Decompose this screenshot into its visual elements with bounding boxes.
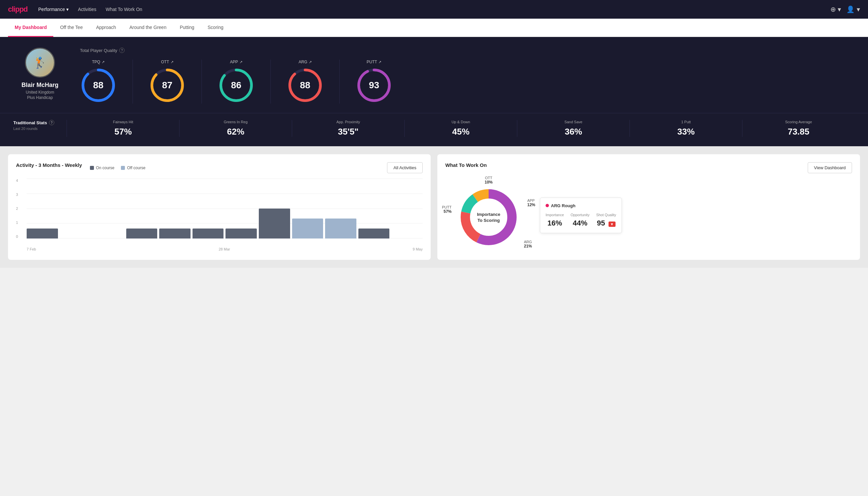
- bar-item: [358, 229, 390, 238]
- chart-area: [16, 179, 423, 238]
- nav-performance[interactable]: Performance ▾: [38, 7, 68, 12]
- gauge-tpq: TPQ ↗ 88: [80, 60, 133, 104]
- bar-chart: 4 3 2 1 0 7 Feb 28: [16, 179, 423, 245]
- gauge-label: TPQ ↗: [92, 60, 105, 64]
- player-info: 🏌️ Blair McHarg United Kingdom Plus Hand…: [13, 48, 67, 100]
- stats-help-icon[interactable]: ?: [49, 120, 54, 125]
- nav-right: ⊕ ▾ 👤 ▾: [830, 5, 860, 13]
- tab-my-dashboard[interactable]: My Dashboard: [8, 19, 53, 37]
- activity-panel-header: Activity - 3 Months - Weekly On course O…: [16, 162, 423, 173]
- gauge-label: PUTT ↗: [367, 60, 381, 64]
- stat-item-5: 1 Putt 33%: [630, 120, 742, 137]
- stat-name: Greens In Reg: [186, 120, 285, 124]
- info-card: ARG Rough Importance 16% Opportunity 44%…: [540, 198, 622, 233]
- player-name: Blair McHarg: [21, 82, 58, 89]
- circle-container: 88: [287, 67, 323, 104]
- bar-item: [259, 208, 290, 238]
- bar-item: [225, 229, 257, 238]
- bar-item: [192, 229, 224, 238]
- work-on-panel-header: What To Work On View Dashboard: [445, 162, 852, 173]
- stats-label: Traditional Stats ?: [13, 120, 67, 125]
- tab-putting[interactable]: Putting: [173, 19, 201, 37]
- donut-svg: Importance To Scoring: [455, 184, 522, 250]
- info-card-dot: [546, 204, 549, 207]
- gauge-value: 87: [162, 80, 172, 91]
- stat-name: Scoring Average: [749, 120, 848, 124]
- tab-scoring[interactable]: Scoring: [201, 19, 230, 37]
- work-on-panel: What To Work On View Dashboard OTT 10% A…: [437, 154, 860, 260]
- stat-item-6: Scoring Average 73.85: [742, 120, 855, 137]
- gauge-arg: ARG ↗ 88: [271, 60, 340, 104]
- tab-approach[interactable]: Approach: [89, 19, 123, 37]
- tab-around-the-green[interactable]: Around the Green: [123, 19, 173, 37]
- putt-label: PUTT 57%: [442, 205, 452, 214]
- stats-bar: Traditional Stats ? Last 20 rounds Fairw…: [0, 113, 868, 146]
- activity-panel: Activity - 3 Months - Weekly On course O…: [8, 154, 431, 260]
- stat-item-4: Sand Save 36%: [517, 120, 630, 137]
- ott-label: OTT 10%: [485, 176, 493, 185]
- shot-quality-metric: Shot Quality 95 ▼: [596, 213, 616, 228]
- svg-text:To Scoring: To Scoring: [478, 218, 500, 223]
- stat-value: 62%: [186, 127, 285, 137]
- donut-chart: OTT 10% APP 12% ARG 21% PUTT 57%: [445, 179, 532, 252]
- bar-item: [159, 229, 190, 238]
- bar-item: [27, 229, 58, 238]
- svg-text:Importance: Importance: [477, 212, 500, 217]
- nav-links: Performance ▾ Activities What To Work On: [38, 7, 820, 12]
- stat-value: 35'5": [299, 127, 398, 137]
- info-card-metrics: Importance 16% Opportunity 44% Shot Qual…: [546, 213, 616, 228]
- stat-item-1: Greens In Reg 62%: [179, 120, 292, 137]
- player-country: United Kingdom: [26, 90, 54, 95]
- gauge-value: 88: [300, 80, 310, 91]
- player-handicap: Plus Handicap: [27, 95, 53, 100]
- gauges: TPQ ↗ 88 OTT ↗ 87 APP ↗: [80, 60, 855, 104]
- stat-item-3: Up & Down 45%: [404, 120, 517, 137]
- gauge-value: 88: [93, 80, 103, 91]
- help-icon[interactable]: ?: [119, 48, 125, 53]
- user-menu[interactable]: 👤 ▾: [846, 5, 860, 13]
- nav-what-to-work-on[interactable]: What To Work On: [106, 7, 142, 12]
- off-course-dot: [121, 166, 125, 170]
- stat-value: 45%: [411, 127, 510, 137]
- view-dashboard-button[interactable]: View Dashboard: [808, 162, 852, 173]
- tab-off-the-tee[interactable]: Off the Tee: [53, 19, 89, 37]
- bar-item: [292, 218, 323, 238]
- work-on-title: What To Work On: [445, 162, 487, 168]
- chevron-down-icon: ▾: [66, 7, 68, 12]
- arg-label: ARG 21%: [524, 240, 532, 248]
- add-button[interactable]: ⊕ ▾: [830, 5, 841, 13]
- nav-activities[interactable]: Activities: [78, 7, 96, 12]
- legend-off-course: Off course: [121, 166, 145, 170]
- activity-chart-title: Activity - 3 Months - Weekly: [16, 162, 82, 168]
- stat-value: 33%: [636, 127, 736, 137]
- app-label: APP 12%: [527, 199, 535, 207]
- all-activities-button[interactable]: All Activities: [387, 162, 423, 173]
- gauge-value: 93: [369, 80, 379, 91]
- stat-value: 73.85: [749, 127, 848, 137]
- circle-container: 88: [80, 67, 116, 104]
- quality-section: Total Player Quality ? TPQ ↗ 88 OTT ↗ 87: [80, 48, 855, 104]
- legend-on-course: On course: [90, 166, 114, 170]
- circle-container: 86: [218, 67, 254, 104]
- opportunity-metric: Opportunity 44%: [571, 213, 589, 228]
- hero-section: 🏌️ Blair McHarg United Kingdom Plus Hand…: [0, 37, 868, 113]
- x-axis: 7 Feb 28 Mar 9 May: [16, 247, 423, 251]
- gauge-putt: PUTT ↗ 93: [340, 60, 408, 104]
- bar-item: [325, 218, 357, 238]
- logo: clippd: [8, 5, 28, 14]
- quality-title: Total Player Quality ?: [80, 48, 855, 53]
- stat-name: Fairways Hit: [74, 120, 173, 124]
- stat-items: Fairways Hit 57% Greens In Reg 62% App. …: [67, 120, 855, 137]
- circle-container: 87: [149, 67, 186, 104]
- gauge-ott: OTT ↗ 87: [133, 60, 202, 104]
- chart-legend: On course Off course: [90, 166, 145, 170]
- gauge-label: ARG ↗: [298, 60, 312, 64]
- gauge-value: 86: [231, 80, 241, 91]
- stats-label-group: Traditional Stats ? Last 20 rounds: [13, 120, 67, 130]
- avatar: 🏌️: [25, 48, 55, 78]
- gauge-label: APP ↗: [230, 60, 242, 64]
- gauge-label: OTT ↗: [161, 60, 174, 64]
- stat-value: 57%: [74, 127, 173, 137]
- gauge-app: APP ↗ 86: [202, 60, 271, 104]
- stat-item-0: Fairways Hit 57%: [67, 120, 179, 137]
